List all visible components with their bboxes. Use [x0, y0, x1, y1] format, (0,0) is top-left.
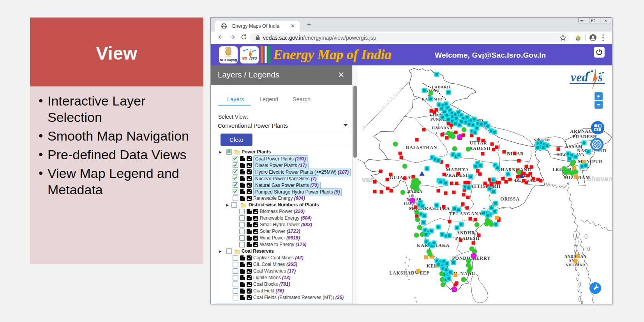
- svg-text:LAKSHADWEEP: LAKSHADWEEP: [389, 270, 429, 276]
- svg-text:NAGALAND: NAGALAND: [577, 148, 607, 153]
- svg-text:इस: इस: [242, 56, 247, 60]
- svg-text:TELANGANA: TELANGANA: [449, 211, 482, 216]
- svg-text:PRADESH: PRADESH: [573, 134, 597, 139]
- svg-text:GUJARAT: GUJARAT: [390, 175, 414, 180]
- svg-text:NITI Aayog: NITI Aayog: [220, 58, 237, 62]
- svg-text:NICOBAR: NICOBAR: [566, 263, 586, 267]
- svg-text:ANDAMAN: ANDAMAN: [565, 254, 587, 259]
- svg-text:ved: ved: [571, 70, 588, 84]
- svg-text:ANDHRA: ANDHRA: [456, 230, 478, 236]
- svg-text:RAJASTHAN: RAJASTHAN: [406, 145, 438, 150]
- svg-text:ORISSA: ORISSA: [500, 196, 519, 202]
- svg-text:MANIPUR: MANIPUR: [578, 159, 603, 164]
- svg-text:isro: isro: [249, 56, 257, 60]
- svg-text:van: van: [362, 176, 374, 183]
- svg-text:bhuvan: bhuvan: [587, 175, 612, 183]
- svg-text:MADHYA: MADHYA: [446, 167, 469, 172]
